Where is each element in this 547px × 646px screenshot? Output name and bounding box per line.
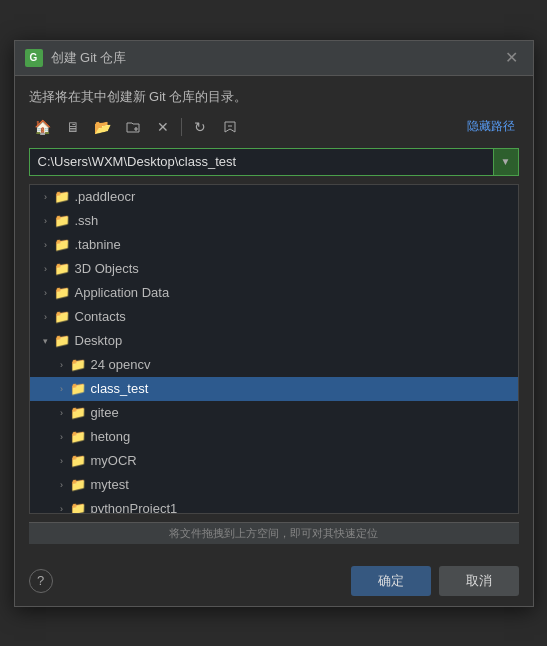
- folder-icon: 📁: [70, 381, 86, 396]
- close-button[interactable]: ✕: [501, 47, 523, 69]
- confirm-button[interactable]: 确定: [351, 566, 431, 596]
- status-bar: 将文件拖拽到上方空间，即可对其快速定位: [29, 522, 519, 544]
- chevron-icon: ›: [54, 504, 70, 514]
- chevron-icon: ▾: [38, 336, 54, 346]
- footer: ? 确定 取消: [15, 556, 533, 606]
- tree-item-label: pythonProject1: [91, 501, 178, 514]
- tree-item-label: .paddleocr: [75, 189, 136, 204]
- new-folder-button[interactable]: [119, 114, 147, 140]
- tree-item-hetong[interactable]: ›📁hetong: [30, 425, 518, 449]
- folder-icon: 📁: [70, 501, 86, 514]
- tree-item-contacts[interactable]: ›📁Contacts: [30, 305, 518, 329]
- tree-item-label: .ssh: [75, 213, 99, 228]
- tree-item-label: Application Data: [75, 285, 170, 300]
- folder-icon: 📁: [70, 429, 86, 444]
- tree-item-ssh[interactable]: ›📁.ssh: [30, 209, 518, 233]
- bookmark-button[interactable]: [216, 114, 244, 140]
- folder-icon: 📁: [54, 333, 70, 348]
- computer-button[interactable]: 🖥: [59, 114, 87, 140]
- instruction-text: 选择将在其中创建新 Git 仓库的目录。: [29, 88, 519, 106]
- create-git-repo-dialog: G 创建 Git 仓库 ✕ 选择将在其中创建新 Git 仓库的目录。 🏠 🖥 📂…: [14, 40, 534, 607]
- tree-item-gitee[interactable]: ›📁gitee: [30, 401, 518, 425]
- delete-button[interactable]: ✕: [149, 114, 177, 140]
- folder-icon: 📁: [54, 309, 70, 324]
- chevron-icon: ›: [38, 240, 54, 250]
- tree-item-24opencv[interactable]: ›📁24 opencv: [30, 353, 518, 377]
- title-bar: G 创建 Git 仓库 ✕: [15, 41, 533, 76]
- tree-item-tabnine[interactable]: ›📁.tabnine: [30, 233, 518, 257]
- toolbar-divider: [181, 118, 182, 136]
- chevron-icon: ›: [54, 360, 70, 370]
- tree-item-3dobjects[interactable]: ›📁3D Objects: [30, 257, 518, 281]
- cancel-button[interactable]: 取消: [439, 566, 519, 596]
- path-row: ▼: [29, 148, 519, 176]
- tree-item-label: Desktop: [75, 333, 123, 348]
- folder-icon: 📁: [70, 453, 86, 468]
- tree-item-mytest[interactable]: ›📁mytest: [30, 473, 518, 497]
- path-dropdown-button[interactable]: ▼: [493, 148, 519, 176]
- chevron-icon: ›: [54, 384, 70, 394]
- tree-item-appdata[interactable]: ›📁Application Data: [30, 281, 518, 305]
- path-input[interactable]: [29, 148, 493, 176]
- tree-item-label: 24 opencv: [91, 357, 151, 372]
- chevron-icon: ›: [54, 408, 70, 418]
- tree-item-label: hetong: [91, 429, 131, 444]
- folder-icon: 📁: [54, 237, 70, 252]
- file-tree[interactable]: ›📁.paddleocr›📁.ssh›📁.tabnine›📁3D Objects…: [29, 184, 519, 514]
- tree-item-label: Contacts: [75, 309, 126, 324]
- folder-icon: 📁: [70, 405, 86, 420]
- tree-item-label: mytest: [91, 477, 129, 492]
- tree-item-desktop[interactable]: ▾📁Desktop: [30, 329, 518, 353]
- tree-item-label: .tabnine: [75, 237, 121, 252]
- chevron-icon: ›: [38, 192, 54, 202]
- chevron-icon: ›: [54, 480, 70, 490]
- folder-icon: 📁: [54, 189, 70, 204]
- folder-icon: 📁: [54, 213, 70, 228]
- tree-item-myocr[interactable]: ›📁myOCR: [30, 449, 518, 473]
- dialog-body: 选择将在其中创建新 Git 仓库的目录。 🏠 🖥 📂 ✕ ↻: [15, 76, 533, 556]
- folder-icon: 📁: [70, 357, 86, 372]
- tree-item-label: gitee: [91, 405, 119, 420]
- chevron-icon: ›: [54, 456, 70, 466]
- chevron-icon: ›: [38, 216, 54, 226]
- tree-item-class_test[interactable]: ›📁class_test: [30, 377, 518, 401]
- toolbar: 🏠 🖥 📂 ✕ ↻ 隐藏路径: [29, 114, 519, 140]
- open-folder-button[interactable]: 📂: [89, 114, 117, 140]
- footer-actions: 确定 取消: [351, 566, 519, 596]
- tree-item-label: 3D Objects: [75, 261, 139, 276]
- tree-item-label: myOCR: [91, 453, 137, 468]
- app-icon: G: [25, 49, 43, 67]
- chevron-icon: ›: [38, 288, 54, 298]
- tree-item-pythonproject1[interactable]: ›📁pythonProject1: [30, 497, 518, 514]
- refresh-button[interactable]: ↻: [186, 114, 214, 140]
- folder-icon: 📁: [54, 285, 70, 300]
- dialog-title: 创建 Git 仓库: [51, 49, 501, 67]
- tree-item-paddleocr[interactable]: ›📁.paddleocr: [30, 185, 518, 209]
- home-button[interactable]: 🏠: [29, 114, 57, 140]
- chevron-icon: ›: [38, 312, 54, 322]
- tree-item-label: class_test: [91, 381, 149, 396]
- chevron-icon: ›: [38, 264, 54, 274]
- help-button[interactable]: ?: [29, 569, 53, 593]
- chevron-icon: ›: [54, 432, 70, 442]
- folder-icon: 📁: [70, 477, 86, 492]
- folder-icon: 📁: [54, 261, 70, 276]
- hide-path-button[interactable]: 隐藏路径: [463, 116, 519, 137]
